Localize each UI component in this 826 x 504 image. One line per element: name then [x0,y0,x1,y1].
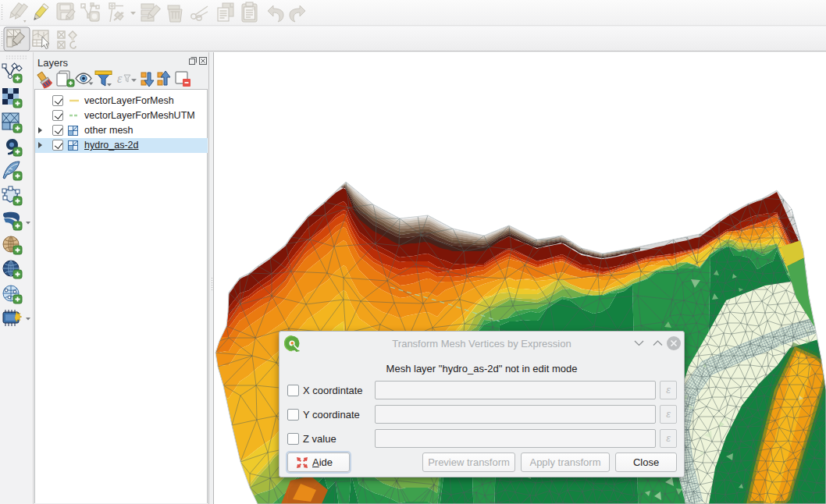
svg-text:ε: ε [117,72,123,85]
